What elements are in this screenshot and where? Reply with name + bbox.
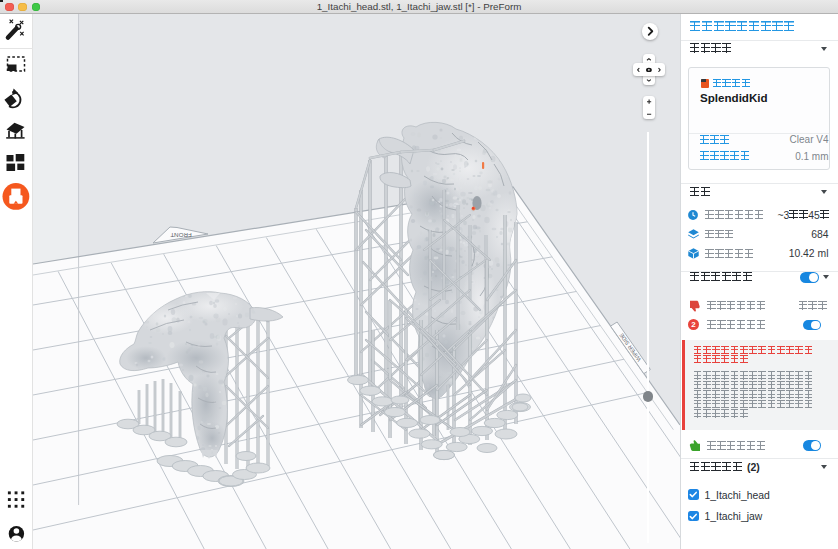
svg-text:FRONT: FRONT bbox=[170, 232, 192, 239]
